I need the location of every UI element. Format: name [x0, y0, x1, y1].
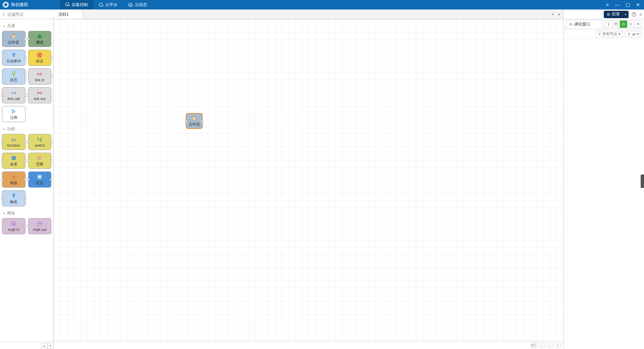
改变-icon — [11, 155, 17, 161]
category-header[interactable]: ▾共通 — [2, 20, 51, 31]
category-header[interactable]: ▾网络 — [2, 208, 51, 218]
port-out — [24, 197, 26, 200]
tab-info-icon[interactable]: i — [605, 20, 612, 28]
menu-cloud-scada[interactable]: 云组态 — [123, 0, 152, 9]
deploy-button[interactable]: 部署 ▾ — [604, 11, 629, 18]
node-port-trigger[interactable] — [185, 120, 187, 122]
debug-output — [564, 39, 644, 349]
add-flow-button[interactable]: ＋ — [550, 11, 555, 18]
port-out — [24, 141, 26, 143]
palette-node-function[interactable]: f(x)function — [2, 134, 25, 150]
port-out — [24, 179, 26, 181]
mqtt in-icon — [11, 221, 17, 227]
palette-node-模板[interactable]: 模板 — [2, 171, 25, 188]
category-header[interactable]: ▾功能 — [2, 123, 51, 134]
app-logo: 海创微联 — [3, 2, 60, 8]
palette-node-范围[interactable]: 范围 — [28, 153, 52, 169]
port-in — [27, 179, 30, 181]
link call-icon — [11, 90, 17, 96]
app-title: 海创微联 — [11, 2, 28, 8]
tab-help-icon[interactable] — [612, 20, 620, 28]
zoom-reset-button[interactable]: ○ — [547, 343, 553, 348]
port-out — [50, 141, 52, 143]
filter-nodes-dropdown[interactable]: 所有节点 ▾ — [595, 31, 623, 38]
palette-scroll-up[interactable]: ▴ — [41, 343, 47, 348]
window-maximize-icon[interactable]: ▢ — [626, 2, 630, 7]
right-edge-handle[interactable] — [641, 174, 644, 188]
palette-node-状态[interactable]: 状态 — [2, 68, 25, 85]
deploy-row: 部署 ▾ ≡ — [564, 10, 644, 19]
svg-point-8 — [38, 138, 39, 139]
window-minimize-icon[interactable]: — — [615, 2, 620, 7]
palette-node-调试[interactable]: 调试 — [28, 31, 52, 47]
svg-rect-21 — [38, 222, 42, 226]
window-menu-icon[interactable]: ≡ — [606, 2, 609, 7]
palette-search[interactable] — [0, 10, 53, 19]
svg-point-19 — [13, 194, 15, 196]
port-in — [27, 141, 30, 143]
cloud-icon — [99, 2, 103, 7]
flow-tab-1[interactable]: 流程1 — [54, 10, 83, 19]
deploy-icon — [606, 12, 610, 16]
chevron-down-icon: ▾ — [3, 24, 5, 28]
port-in — [1, 197, 3, 200]
link in-icon — [37, 71, 43, 77]
canvas-node-timer[interactable]: 定时器 — [186, 113, 203, 129]
palette-scroll-down[interactable]: ▾ — [47, 343, 53, 348]
port-in — [1, 179, 3, 181]
palette-node-触发[interactable]: 触发 — [2, 190, 25, 206]
chevron-down-icon: ▾ — [619, 32, 621, 36]
navigator-toggle[interactable] — [531, 343, 537, 348]
window-close-icon[interactable]: ✕ — [636, 2, 640, 7]
tab-debug[interactable]: 调试窗口 — [566, 20, 603, 29]
svg-rect-23 — [194, 116, 195, 116]
clear-debug-dropdown[interactable]: all ▾ — [625, 31, 641, 38]
svg-text:f(x): f(x) — [11, 138, 16, 142]
palette-node-延迟[interactable]: 延迟 — [28, 171, 52, 188]
svg-point-28 — [634, 15, 634, 16]
cloud-config-icon — [128, 2, 133, 7]
port-in — [27, 38, 30, 40]
menu-cloud-platform[interactable]: 云平台 — [93, 0, 123, 9]
deploy-dropdown[interactable]: ▾ — [623, 13, 629, 16]
palette-search-input[interactable] — [7, 12, 58, 17]
状态-icon — [11, 71, 17, 77]
palette-footer: ▴ ▾ — [0, 342, 53, 349]
zoom-in-button[interactable]: + — [555, 343, 561, 348]
tab-config-icon[interactable] — [627, 20, 635, 28]
function-icon: f(x) — [11, 137, 17, 143]
link out-icon — [37, 90, 43, 96]
palette-node-link-out[interactable]: link out — [28, 87, 52, 103]
palette-node-改变[interactable]: 改变 — [2, 153, 25, 169]
tab-more-dropdown[interactable]: ▾ — [635, 20, 642, 28]
palette-node-mqtt-in[interactable]: mqtt in — [2, 218, 25, 234]
flow-canvas[interactable]: 定时器 — [54, 19, 564, 341]
zoom-out-button[interactable]: − — [539, 343, 545, 348]
svg-point-0 — [130, 5, 131, 6]
help-icon[interactable] — [631, 12, 637, 17]
palette-node-switch[interactable]: switch — [28, 134, 52, 150]
right-sidebar: 部署 ▾ ≡ 调试窗口 i — [564, 10, 644, 349]
main-menu-icon[interactable]: ≡ — [639, 12, 642, 17]
调试-icon — [37, 33, 43, 39]
palette-node-定时器[interactable]: 定时器 — [2, 31, 25, 47]
port-in — [1, 160, 3, 162]
flow-list-dropdown[interactable]: ▾ — [558, 12, 560, 17]
palette-node-mqtt-out[interactable]: mqtt out — [28, 218, 52, 234]
tab-debug-icon[interactable] — [620, 20, 627, 28]
node-port-out[interactable] — [201, 120, 203, 122]
palette-node-错误[interactable]: 错误 — [28, 50, 52, 66]
palette-node-link-call[interactable]: link call — [2, 87, 25, 103]
svg-rect-16 — [14, 177, 16, 179]
sidebar-tabs: 调试窗口 i ▾ — [564, 19, 644, 29]
menu-collection-control[interactable]: 采集控制 — [60, 0, 93, 9]
port-out — [24, 94, 26, 97]
palette-node-注释[interactable]: 注释 — [2, 106, 25, 122]
top-menu: 采集控制 云平台 云组态 — [60, 0, 152, 9]
window-controls: ≡ — ▢ ✕ — [606, 2, 641, 7]
完成事件-icon — [11, 52, 17, 58]
palette-node-完成事件[interactable]: 完成事件 — [2, 50, 25, 66]
port-out — [50, 57, 52, 59]
port-out — [50, 76, 52, 78]
palette-node-link-in[interactable]: link in — [28, 68, 52, 85]
